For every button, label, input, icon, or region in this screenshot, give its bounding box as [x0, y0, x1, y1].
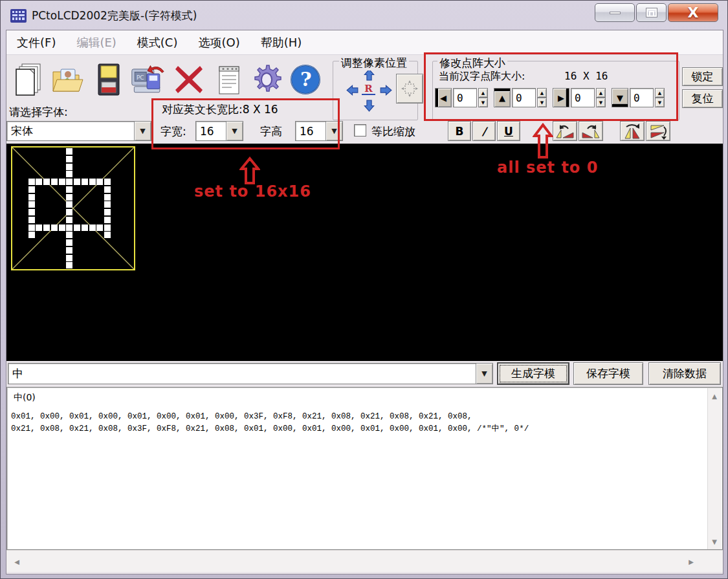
reset-button[interactable]: 复位 — [682, 89, 723, 108]
matrix-dot[interactable] — [66, 179, 72, 185]
matrix-dot[interactable] — [104, 209, 111, 215]
matrix-dot[interactable] — [66, 262, 72, 268]
matrix-dot[interactable] — [28, 232, 35, 238]
output-textarea[interactable]: 中(0) 0x01, 0x00, 0x01, 0x00, 0x01, 0x00,… — [6, 387, 723, 550]
char-width-combobox[interactable]: 16 ▼ — [195, 121, 243, 141]
offset-left-spinner[interactable]: ▲▼ — [478, 88, 488, 107]
matrix-dot[interactable] — [104, 232, 111, 238]
matrix-dot[interactable] — [28, 179, 35, 185]
reset-position-button[interactable]: R — [362, 83, 375, 95]
matrix-dot[interactable] — [66, 194, 72, 201]
center-glyph-button[interactable] — [396, 74, 423, 104]
matrix-dot[interactable] — [66, 224, 72, 231]
clear-data-button[interactable]: 清除数据 — [648, 362, 721, 385]
offset-right-icon-button[interactable]: ▶ — [553, 88, 569, 107]
rotate-right-button[interactable] — [579, 121, 603, 141]
save-button[interactable] — [92, 60, 126, 100]
proportional-scale-checkbox[interactable] — [354, 124, 366, 137]
matrix-dot[interactable] — [74, 224, 80, 231]
move-down-button[interactable] — [362, 100, 376, 112]
char-height-combobox[interactable]: 16 ▼ — [295, 121, 343, 141]
matrix-dot[interactable] — [59, 224, 65, 231]
move-right-button[interactable] — [379, 84, 393, 96]
dot-matrix-canvas[interactable] — [6, 144, 723, 361]
matrix-dot[interactable] — [66, 247, 72, 254]
char-height-arrow-icon[interactable]: ▼ — [325, 122, 342, 140]
flip-vertical-button[interactable] — [646, 121, 670, 141]
scroll-down-icon[interactable]: ▼ — [708, 535, 721, 548]
matrix-dot[interactable] — [104, 179, 111, 185]
matrix-dot[interactable] — [104, 217, 111, 223]
title-bar[interactable]: PCtoLCD2002完美版-(字符模式) X — [1, 1, 727, 30]
offset-bottom-input[interactable] — [630, 88, 654, 107]
scroll-right-icon[interactable]: ▶ — [685, 555, 698, 568]
vertical-scrollbar[interactable]: ▲ ▼ — [707, 388, 722, 549]
matrix-dot[interactable] — [104, 186, 111, 193]
matrix-dot[interactable] — [36, 179, 42, 185]
horizontal-scrollbar[interactable]: ◀ ▶ — [6, 550, 723, 572]
matrix-dot[interactable] — [66, 171, 72, 177]
font-combobox-arrow-icon[interactable]: ▼ — [134, 122, 151, 140]
rotate-left-button[interactable] — [553, 121, 577, 141]
lock-button[interactable]: 锁定 — [682, 67, 723, 86]
delete-button[interactable] — [172, 60, 206, 100]
matrix-dot[interactable] — [82, 224, 88, 231]
offset-left-input[interactable] — [453, 88, 477, 107]
offset-left-icon-button[interactable]: ◀ — [435, 88, 452, 107]
bold-button[interactable]: B — [448, 121, 471, 141]
menu-help[interactable]: 帮助(H) — [261, 35, 302, 50]
code-list-button[interactable] — [212, 60, 246, 100]
matrix-dot[interactable] — [74, 179, 80, 185]
matrix-dot[interactable] — [82, 179, 88, 185]
offset-right-spinner[interactable]: ▲▼ — [596, 88, 606, 107]
move-left-button[interactable] — [346, 84, 359, 96]
menu-options[interactable]: 选项(O) — [198, 35, 239, 50]
settings-button[interactable] — [251, 60, 285, 100]
matrix-dot[interactable] — [66, 186, 72, 193]
char-preview-box[interactable] — [11, 146, 135, 270]
char-width-arrow-icon[interactable]: ▼ — [226, 122, 243, 140]
new-file-button[interactable] — [12, 60, 45, 100]
maximize-button[interactable] — [636, 3, 667, 22]
matrix-dot[interactable] — [59, 179, 65, 185]
offset-top-icon-button[interactable]: ▲ — [494, 88, 511, 107]
matrix-dot[interactable] — [104, 201, 111, 208]
matrix-dot[interactable] — [28, 194, 35, 201]
matrix-dot[interactable] — [43, 179, 50, 185]
matrix-dot[interactable] — [104, 194, 111, 201]
matrix-dot[interactable] — [66, 217, 72, 223]
matrix-dot[interactable] — [66, 232, 72, 238]
flip-horizontal-button[interactable] — [620, 121, 645, 141]
matrix-dot[interactable] — [89, 179, 96, 185]
matrix-dot[interactable] — [66, 239, 72, 246]
menu-file[interactable]: 文件(F) — [17, 35, 56, 50]
matrix-dot[interactable] — [66, 255, 72, 261]
save-module-button[interactable]: 保存字模 — [573, 362, 643, 385]
export-module-button[interactable]: PC — [131, 60, 164, 100]
matrix-dot[interactable] — [96, 179, 103, 185]
matrix-dot[interactable] — [96, 224, 103, 231]
menu-mode[interactable]: 模式(C) — [137, 35, 178, 50]
scroll-up-icon[interactable]: ▲ — [708, 389, 721, 402]
minimize-button[interactable] — [595, 3, 635, 22]
char-combobox-arrow-icon[interactable]: ▼ — [476, 364, 492, 384]
matrix-dot[interactable] — [66, 156, 72, 162]
offset-top-input[interactable] — [512, 88, 536, 107]
matrix-dot[interactable] — [28, 201, 35, 208]
scroll-left-icon[interactable]: ◀ — [10, 555, 23, 568]
matrix-dot[interactable] — [51, 224, 58, 231]
help-button[interactable]: ? — [289, 60, 322, 100]
matrix-dot[interactable] — [43, 224, 50, 231]
underline-button[interactable]: U — [497, 121, 520, 141]
close-button[interactable]: X — [668, 3, 718, 22]
matrix-dot[interactable] — [28, 224, 35, 231]
matrix-dot[interactable] — [28, 186, 35, 193]
offset-top-spinner[interactable]: ▲▼ — [537, 88, 547, 107]
matrix-dot[interactable] — [66, 164, 72, 170]
font-combobox[interactable]: 宋体 ▼ — [6, 121, 151, 141]
italic-button[interactable]: / — [472, 121, 496, 141]
matrix-dot[interactable] — [66, 201, 72, 208]
matrix-dot[interactable] — [36, 224, 42, 231]
matrix-dot[interactable] — [51, 179, 58, 185]
offset-bottom-icon-button[interactable]: ▼ — [612, 88, 628, 107]
